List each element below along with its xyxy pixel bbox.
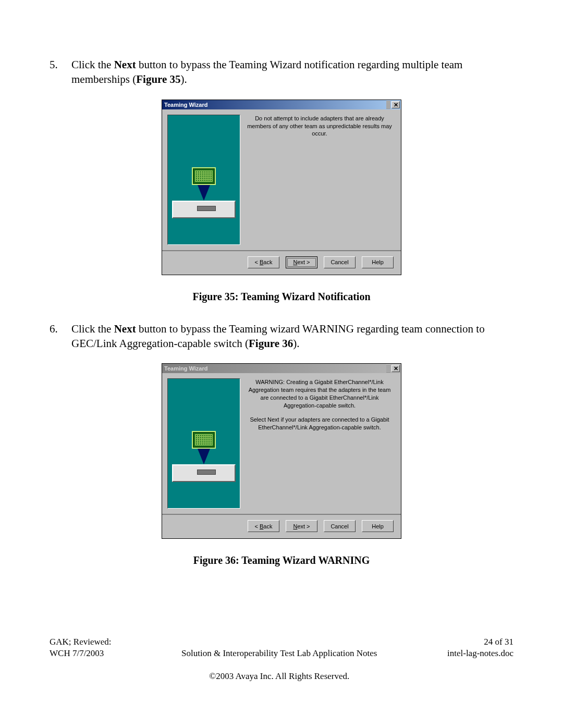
grip-icon — [386, 101, 390, 109]
page-footer: GAK; Reviewed: WCH 7/7/2003 Solution & I… — [50, 636, 513, 694]
step-6-bold-next: Next — [114, 323, 136, 335]
cancel-button[interactable]: Cancel — [324, 256, 356, 268]
step-6-number: 6. — [50, 322, 71, 351]
step-5-figref: Figure 35 — [136, 73, 180, 85]
teaming-wizard-dialog-1: Teaming Wizard ✕ Do not attempt to inclu… — [162, 100, 401, 275]
footer-center: Solution & Interoperability Test Lab App… — [112, 636, 447, 694]
step-5: 5. Click the Next button to bypass the T… — [50, 57, 513, 87]
dialog1-button-row: < Back Next > Cancel Help — [240, 251, 401, 275]
footer-center-line2: ©2003 Avaya Inc. All Rights Reserved. — [112, 671, 447, 682]
dialog1-message: Do not attempt to include adapters that … — [246, 115, 394, 138]
help-button[interactable]: Help — [362, 256, 394, 268]
dialog2-illustration — [167, 378, 240, 509]
next-button[interactable]: Next > — [286, 256, 317, 268]
next-button[interactable]: Next > — [286, 520, 317, 532]
close-icon[interactable]: ✕ — [391, 101, 400, 108]
back-button[interactable]: < Back — [248, 256, 279, 268]
step-6: 6. Click the Next button to bypass the T… — [50, 322, 513, 351]
footer-center-line1: Solution & Interoperability Test Lab App… — [112, 648, 447, 659]
step-5-number: 5. — [50, 57, 71, 87]
help-button[interactable]: Help — [362, 520, 394, 532]
step-5-text: Click the Next button to bypass the Team… — [71, 57, 513, 87]
cancel-button[interactable]: Cancel — [324, 520, 356, 532]
footer-left: GAK; Reviewed: WCH 7/7/2003 — [50, 636, 112, 694]
figure-36-caption: Figure 36: Teaming Wizard WARNING — [50, 554, 513, 566]
footer-right: 24 of 31 intel-lag-notes.doc — [447, 636, 513, 694]
dialog1-title: Teaming Wizard — [164, 102, 207, 108]
dialog1-titlebar: Teaming Wizard ✕ — [162, 100, 401, 109]
figure-35-caption: Figure 35: Teaming Wizard Notification — [50, 291, 513, 303]
step-6-text: Click the Next button to bypass the Team… — [71, 322, 513, 351]
teaming-wizard-dialog-2: Teaming Wizard ✕ WARNING: Creating a Gig… — [162, 363, 401, 539]
grip-icon — [386, 364, 390, 373]
dialog2-note: Select Next if your adapters are connect… — [246, 416, 394, 431]
back-button[interactable]: < Back — [248, 520, 279, 532]
step-6-post: ). — [293, 337, 299, 350]
close-icon[interactable]: ✕ — [391, 365, 400, 372]
dialog2-title: Teaming Wizard — [164, 365, 207, 372]
dialog2-button-row: < Back Next > Cancel Help — [240, 515, 401, 538]
step-6-pre: Click the — [71, 323, 114, 335]
dialog1-illustration — [167, 115, 240, 245]
dialog2-warning: WARNING: Creating a Gigabit EtherChannel… — [246, 378, 394, 409]
step-5-bold-next: Next — [114, 58, 136, 71]
step-5-post: ). — [181, 73, 187, 85]
step-6-figref: Figure 36 — [249, 337, 293, 350]
step-5-pre: Click the — [71, 58, 114, 71]
dialog2-titlebar: Teaming Wizard ✕ — [162, 364, 401, 373]
